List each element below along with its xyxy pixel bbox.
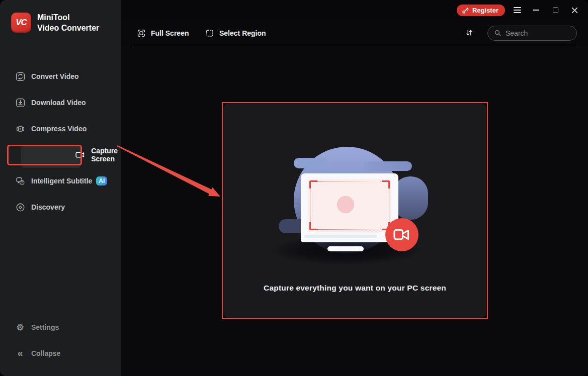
laptop-stand <box>327 246 364 251</box>
minimize-icon <box>533 10 539 11</box>
video-camera-icon <box>393 228 411 241</box>
active-item-background <box>21 146 81 168</box>
capture-icon <box>75 150 85 160</box>
app-window: VC MiniTool Video Converter Convert Vid <box>0 0 588 376</box>
illustration-blob-arm-right <box>364 161 412 171</box>
compress-icon <box>15 124 25 134</box>
laptop-base-strip <box>304 235 377 238</box>
topbar: Full Screen Select Region <box>121 20 588 46</box>
subtitle-icon: T <box>15 176 25 186</box>
sidebar: VC MiniTool Video Converter Convert Vid <box>0 0 121 376</box>
fullscreen-icon <box>137 29 146 38</box>
select-region-button[interactable]: Select Region <box>205 20 266 46</box>
hamburger-icon <box>514 7 521 13</box>
search-input[interactable] <box>506 29 571 37</box>
app-title: MiniTool Video Converter <box>37 12 99 33</box>
sidebar-item-download-video[interactable]: Download Video <box>0 89 121 116</box>
record-camera-button <box>385 218 418 251</box>
laptop-screen <box>308 179 391 232</box>
select-region-icon <box>205 29 214 38</box>
main-content: Capture everything you want on your PC s… <box>121 46 588 376</box>
capture-area-highlight: Capture everything you want on your PC s… <box>222 102 488 319</box>
full-screen-button[interactable]: Full Screen <box>137 20 189 46</box>
maximize-icon <box>553 8 558 13</box>
capture-corner-icon <box>309 180 317 189</box>
download-icon <box>15 98 25 108</box>
ai-badge: AI <box>96 176 107 185</box>
close-button[interactable] <box>567 3 581 17</box>
sidebar-item-label: Capture Screen <box>91 147 121 163</box>
register-label: Register <box>472 7 498 14</box>
sidebar-item-settings[interactable]: ⚙ Settings <box>0 314 121 340</box>
discovery-icon <box>15 202 25 212</box>
close-icon <box>571 7 578 14</box>
sidebar-item-discovery[interactable]: Discovery <box>0 194 121 220</box>
sidebar-item-label: Intelligent Subtitle <box>31 177 92 185</box>
select-region-label: Select Region <box>219 29 266 37</box>
collapse-icon: « <box>15 348 25 358</box>
gear-icon: ⚙ <box>15 322 25 332</box>
sidebar-item-label: Discovery <box>31 203 65 211</box>
menu-button[interactable] <box>510 3 524 17</box>
capture-corner-icon <box>309 222 317 230</box>
illustration-blob-pill-left <box>294 158 328 168</box>
convert-icon <box>15 71 25 81</box>
full-screen-label: Full Screen <box>151 29 189 37</box>
sidebar-item-convert-video[interactable]: Convert Video <box>0 63 121 89</box>
capture-panel[interactable]: Capture everything you want on your PC s… <box>223 104 486 318</box>
capture-caption: Capture everything you want on your PC s… <box>223 284 486 293</box>
minimize-button[interactable] <box>529 3 543 17</box>
search-box[interactable] <box>487 26 577 41</box>
laptop-illustration <box>301 173 398 242</box>
sidebar-nav: Convert Video Download Video <box>0 63 121 220</box>
sort-icon <box>465 28 474 37</box>
sidebar-item-label: Collapse <box>31 349 60 357</box>
sidebar-item-collapse[interactable]: « Collapse <box>0 340 121 366</box>
titlebar: Register <box>121 0 588 20</box>
sidebar-item-compress-video[interactable]: Compress Video <box>0 116 121 142</box>
sort-button[interactable] <box>462 26 476 40</box>
sidebar-footer: ⚙ Settings « Collapse <box>0 314 121 366</box>
sidebar-item-label: Settings <box>31 323 59 331</box>
app-title-line2: Video Converter <box>37 23 99 33</box>
sidebar-item-label: Convert Video <box>31 72 79 80</box>
register-button[interactable]: Register <box>457 5 505 16</box>
sidebar-item-label: Download Video <box>31 99 86 107</box>
svg-text:T: T <box>21 180 23 184</box>
capture-corner-icon <box>382 180 390 189</box>
sidebar-item-capture-screen[interactable]: Capture Screen <box>0 142 121 168</box>
maximize-button[interactable] <box>548 3 562 17</box>
app-logo-icon: VC <box>11 13 31 33</box>
app-title-line1: MiniTool <box>37 12 99 23</box>
search-icon <box>494 29 502 37</box>
brand: VC MiniTool Video Converter <box>11 12 99 33</box>
record-dot <box>337 196 354 213</box>
sidebar-item-intelligent-subtitle[interactable]: T Intelligent Subtitle AI <box>0 168 121 194</box>
key-icon <box>462 7 469 14</box>
sidebar-item-label: Compress Video <box>31 125 87 133</box>
